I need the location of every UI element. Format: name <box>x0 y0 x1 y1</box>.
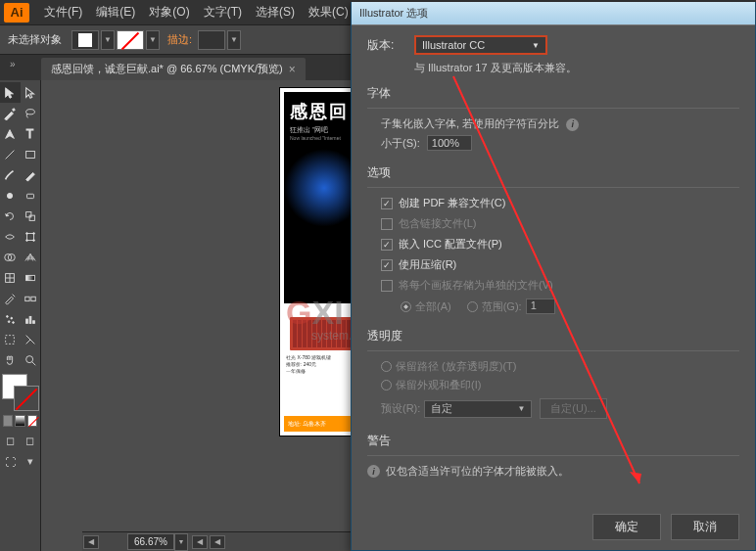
subset-fonts-text: 子集化嵌入字体, 若使用的字符百分比 i <box>381 116 739 131</box>
zoom-dropdown[interactable]: ▼ <box>174 533 188 551</box>
checkbox-icon <box>381 198 393 209</box>
dialog-titlebar[interactable]: Illustrator 选项 <box>352 2 755 25</box>
column-graph-tool[interactable] <box>21 308 41 329</box>
rectangle-tool[interactable] <box>21 144 41 164</box>
radio-icon <box>381 380 392 390</box>
svg-rect-25 <box>25 319 27 323</box>
shape-builder-tool[interactable] <box>0 247 21 267</box>
toolbox: T ◻◻ ⛶▾ <box>0 80 41 551</box>
color-mode-none[interactable] <box>27 415 37 427</box>
nav-first[interactable]: ◀ <box>83 535 99 549</box>
radio-icon <box>381 361 392 372</box>
zoom-level[interactable]: 66.67% <box>127 533 174 550</box>
blob-brush-tool[interactable] <box>0 185 21 206</box>
info-icon[interactable]: i <box>566 118 579 131</box>
direct-selection-tool[interactable] <box>21 82 41 103</box>
svg-rect-6 <box>25 211 30 216</box>
eraser-tool[interactable] <box>21 185 41 206</box>
svg-point-9 <box>25 232 27 234</box>
menu-object[interactable]: 对象(O) <box>142 4 196 21</box>
menu-edit[interactable]: 编辑(E) <box>89 4 142 21</box>
selection-tool[interactable] <box>0 82 21 103</box>
width-tool[interactable] <box>0 226 21 247</box>
radio-icon <box>401 301 411 312</box>
artboard-prev2[interactable]: ◀ <box>210 535 225 549</box>
less-than-label: 小于(S): <box>381 137 420 149</box>
fonts-section-title: 字体 <box>367 85 739 102</box>
line-tool[interactable] <box>0 144 21 164</box>
slice-tool[interactable] <box>21 329 41 349</box>
stroke-swatch[interactable] <box>117 30 144 50</box>
screen-modes: ◻◻ ⛶▾ <box>0 431 40 472</box>
artboard-tool[interactable] <box>0 329 21 349</box>
color-mode-gradient[interactable] <box>15 415 24 427</box>
checkbox-icon <box>381 218 393 230</box>
subset-percent-input[interactable]: 100% <box>427 135 472 151</box>
version-label: 版本: <box>367 37 414 54</box>
zoom-tool[interactable] <box>21 349 41 370</box>
svg-point-29 <box>25 355 32 362</box>
svg-rect-19 <box>25 297 29 300</box>
screen-dropdown[interactable]: ▾ <box>21 451 41 472</box>
gradient-tool[interactable] <box>21 267 41 288</box>
option-embed-icc[interactable]: 嵌入 ICC 配置文件(P) <box>381 237 739 252</box>
perspective-grid-tool[interactable] <box>21 247 41 267</box>
paintbrush-tool[interactable] <box>0 164 21 185</box>
pen-tool[interactable] <box>0 123 21 144</box>
color-mode-solid[interactable] <box>3 415 13 427</box>
checkbox-icon <box>381 239 393 251</box>
stroke-weight[interactable] <box>198 30 225 50</box>
warnings-section-title: 警告 <box>367 433 739 449</box>
free-transform-tool[interactable] <box>21 226 41 247</box>
preset-label: 预设(R): <box>381 401 420 416</box>
stroke-label: 描边: <box>167 32 192 47</box>
type-tool[interactable]: T <box>21 123 41 144</box>
svg-rect-20 <box>31 297 35 300</box>
transparency-section-title: 透明度 <box>367 328 739 344</box>
svg-point-12 <box>32 239 34 241</box>
version-value: Illustrator CC <box>422 39 485 51</box>
app-logo: Ai <box>4 3 29 23</box>
fill-swatch[interactable] <box>71 30 99 50</box>
ad-subtitle-2: Now launched "Internet <box>290 135 341 141</box>
close-tab-icon[interactable]: × <box>289 63 296 76</box>
fill-dropdown[interactable]: ▼ <box>101 30 115 50</box>
stroke-weight-dropdown[interactable]: ▼ <box>227 30 241 50</box>
version-select[interactable]: Illustrator CC ▼ <box>414 35 547 55</box>
fill-stroke-indicator[interactable] <box>2 374 39 411</box>
pencil-tool[interactable] <box>21 164 41 185</box>
rotate-tool[interactable] <box>0 206 21 226</box>
svg-text:T: T <box>25 127 33 141</box>
preset-select: 自定▼ <box>424 400 532 418</box>
magic-wand-tool[interactable] <box>0 103 21 123</box>
checkbox-icon <box>381 280 393 292</box>
draw-behind[interactable]: ◻ <box>21 431 41 451</box>
svg-line-30 <box>32 361 36 365</box>
expand-panels-icon[interactable]: » <box>10 59 16 69</box>
stroke-dropdown[interactable]: ▼ <box>146 30 160 50</box>
document-tab[interactable]: 感恩回馈，诚意巨献.ai* @ 66.67% (CMYK/预览) × <box>41 58 306 80</box>
cancel-button[interactable]: 取消 <box>671 514 739 540</box>
symbol-sprayer-tool[interactable] <box>0 308 21 329</box>
lasso-tool[interactable] <box>21 103 41 123</box>
artboard-prev[interactable]: ◀ <box>192 535 208 549</box>
draw-normal[interactable]: ◻ <box>0 431 21 451</box>
option-create-pdf[interactable]: 创建 PDF 兼容文件(C) <box>381 196 739 210</box>
menu-effect[interactable]: 效果(C) <box>302 4 355 21</box>
mesh-tool[interactable] <box>0 267 21 288</box>
eyedropper-tool[interactable] <box>0 288 21 308</box>
menu-select[interactable]: 选择(S) <box>249 4 302 21</box>
stroke-color[interactable] <box>14 386 39 411</box>
menu-type[interactable]: 文字(T) <box>197 4 249 21</box>
svg-rect-28 <box>6 335 15 344</box>
dialog-footer: 确定 取消 <box>583 514 739 540</box>
menu-file[interactable]: 文件(F) <box>37 4 89 21</box>
ok-button[interactable]: 确定 <box>592 514 661 540</box>
option-use-compression[interactable]: 使用压缩(R) <box>381 257 739 272</box>
radio-preserve-appearance: 保留外观和叠印(I) <box>381 378 739 392</box>
hand-tool[interactable] <box>0 349 21 370</box>
scale-tool[interactable] <box>21 206 41 226</box>
blend-tool[interactable] <box>21 288 41 308</box>
dialog-title: Illustrator 选项 <box>359 6 428 21</box>
screen-mode[interactable]: ⛶ <box>0 451 21 472</box>
